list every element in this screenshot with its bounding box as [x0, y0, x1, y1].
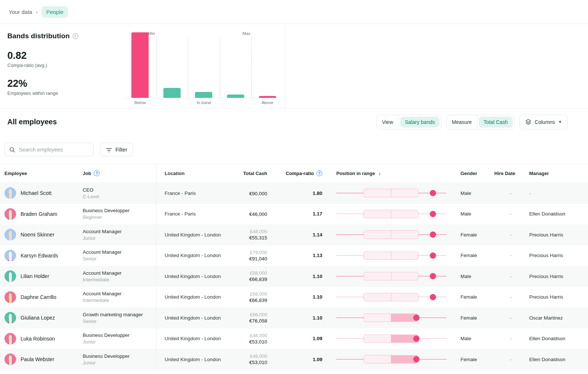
column-header-label: Position in range: [336, 171, 375, 176]
columns-button-label: Columns: [535, 119, 555, 125]
bands-stats: Bands distribution i 0.82 Compa-ratio (a…: [7, 32, 125, 96]
column-header-employee[interactable]: Employee: [0, 171, 83, 176]
gender-cell: Male: [457, 336, 490, 341]
employee-cell: Braden Graham: [0, 208, 83, 220]
position-in-range-cell: [325, 333, 457, 344]
total-cash-local: £58,000: [233, 291, 267, 297]
position-in-range-cell: [325, 250, 457, 261]
column-header-manager[interactable]: Manager: [522, 171, 588, 176]
compa-ratio-cell: 1.14: [270, 232, 325, 238]
chart-dashed-boundary: [220, 37, 220, 98]
column-header-gender[interactable]: Gender: [457, 171, 490, 176]
employee-name: Lilian Holder: [21, 273, 49, 279]
total-cash-eur: €90,000: [233, 191, 267, 196]
avatar: [4, 229, 16, 241]
table-row[interactable]: Daphne CarrilloAccount ManagerIntermedia…: [0, 287, 588, 308]
help-icon[interactable]: ?: [316, 170, 322, 176]
filter-icon: [106, 147, 112, 152]
total-cash-eur: €76,058: [233, 318, 267, 324]
chart-dashed-boundary: [251, 37, 252, 98]
breadcrumb: Your data › People: [0, 0, 588, 24]
compa-ratio-value: 0.82: [7, 50, 125, 61]
table-row[interactable]: Karsyn EdwardsAccount ManagerSeniorUnite…: [0, 245, 588, 266]
column-header-label: Employee: [4, 171, 27, 176]
position-dot: [413, 315, 419, 321]
band-midpoint-line: [391, 210, 391, 218]
avatar: [4, 353, 16, 365]
gender-cell: Male: [457, 211, 490, 217]
job-title: Account Manager: [83, 249, 156, 255]
location-cell: United Kingdom - London: [156, 266, 233, 287]
help-icon[interactable]: ?: [94, 170, 100, 176]
location-cell: France - Paris: [156, 204, 233, 225]
view-selector[interactable]: View Salary bands: [376, 115, 441, 129]
table-row[interactable]: Braden GrahamBusiness DevelopperBeginner…: [0, 204, 588, 225]
hire-date-cell: -: [490, 336, 522, 341]
search-icon: [9, 147, 15, 153]
chevron-down-icon: ▼: [558, 120, 562, 124]
manager-cell: Oscar Martinez: [522, 315, 588, 321]
employee-name: Michael Scott: [21, 190, 51, 196]
columns-button[interactable]: Columns ▼: [519, 115, 568, 129]
hire-date-cell: -: [490, 211, 522, 217]
measure-label: Measure: [447, 119, 477, 125]
breadcrumb-people[interactable]: People: [42, 6, 68, 18]
gender-cell: Female: [457, 357, 490, 362]
position-in-range-cell: [325, 209, 457, 220]
position-dot: [430, 232, 436, 238]
sort-descending-icon[interactable]: ↓: [378, 170, 381, 176]
chart-bar: [195, 92, 212, 98]
table-row[interactable]: Lilian HolderAccount ManagerIntermediate…: [0, 266, 588, 287]
employee-cell: Giuliana Lopez: [0, 312, 83, 324]
view-value-salary-bands[interactable]: Salary bands: [400, 117, 440, 128]
table-row[interactable]: Michael ScottCEOC-LevelFrance - Paris€90…: [0, 183, 588, 204]
table-row[interactable]: Giuliana LopezGrowth marketing managerSe…: [0, 307, 588, 328]
breadcrumb-your-data[interactable]: Your data: [9, 9, 32, 15]
column-header-location[interactable]: Location: [156, 164, 233, 182]
band-midpoint-line: [391, 252, 391, 260]
total-cash-cell: €90,000: [233, 190, 270, 196]
employee-cell: Lilian Holder: [0, 270, 83, 282]
position-in-range-widget: [336, 250, 447, 261]
job-title: Business Developper: [83, 332, 156, 338]
hire-date-cell: -: [490, 190, 522, 196]
measure-selector[interactable]: Measure Total Cash: [446, 115, 514, 129]
employee-name: Karsyn Edwards: [21, 253, 58, 259]
position-in-range-widget: [336, 312, 447, 323]
job-title: Business Developper: [83, 208, 156, 213]
column-header-compa-ratio[interactable]: Compa-ratio?: [270, 170, 325, 176]
measure-value-total-cash[interactable]: Total Cash: [479, 117, 513, 128]
search-input[interactable]: [19, 147, 89, 153]
all-employees-toolbar: All employees View Salary bands Measure …: [0, 108, 588, 135]
job-title: Account Manager: [83, 270, 156, 276]
info-icon[interactable]: i: [73, 33, 78, 39]
job-level: Junior: [83, 235, 156, 241]
compa-ratio-cell: 1.09: [270, 357, 325, 362]
job-level: Junior: [83, 360, 156, 366]
position-dot: [430, 294, 436, 300]
search-row: Filter: [0, 135, 588, 164]
total-cash-eur: €66,839: [233, 298, 267, 303]
table-row[interactable]: Luka RobinsonBusiness DevelopperJuniorUn…: [0, 328, 588, 349]
filter-button[interactable]: Filter: [100, 143, 133, 156]
column-header-position-in-range[interactable]: Position in range↓: [325, 170, 457, 176]
filter-button-label: Filter: [115, 147, 127, 153]
table-row[interactable]: Noemi SkinnerAccount ManagerJuniorUnited…: [0, 224, 588, 245]
table-row[interactable]: Paula WebsterBusiness DevelopperJuniorUn…: [0, 349, 588, 370]
position-in-range-widget: [336, 271, 447, 282]
gender-cell: Male: [457, 190, 490, 196]
column-header-label: Manager: [529, 171, 549, 176]
people-compensation-page: { "breadcrumb": { "parent": "Your data",…: [0, 0, 588, 374]
total-cash-local: £66,000: [233, 312, 267, 317]
column-header-hire-date[interactable]: Hire Date: [490, 171, 522, 176]
employee-cell: Luka Robinson: [0, 333, 83, 345]
total-cash-cell: £58,000€66,839: [233, 291, 270, 303]
column-header-job[interactable]: Job?: [83, 170, 156, 176]
chart-bar: [227, 95, 244, 98]
compa-ratio-cell: 1.10: [270, 315, 325, 321]
total-cash-eur: €53,010: [233, 360, 267, 365]
total-cash-local: £46,000: [233, 333, 267, 338]
search-box[interactable]: [4, 143, 94, 156]
manager-cell: Ellen Donaldson: [522, 336, 588, 341]
column-header-total-cash[interactable]: Total Cash: [233, 171, 270, 176]
